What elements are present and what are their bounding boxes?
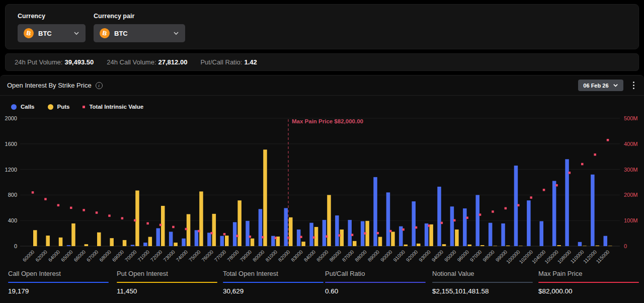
put-bar[interactable] bbox=[608, 246, 612, 246]
legend-item-calls[interactable]: Calls bbox=[11, 104, 35, 110]
call-bar[interactable] bbox=[412, 201, 416, 246]
intrinsic-value-dot[interactable] bbox=[517, 204, 520, 207]
put-bar[interactable] bbox=[225, 236, 229, 246]
intrinsic-value-dot[interactable] bbox=[543, 189, 545, 191]
intrinsic-value-dot[interactable] bbox=[326, 235, 328, 238]
put-bar[interactable] bbox=[110, 238, 114, 246]
currency-select[interactable]: B BTC bbox=[18, 24, 86, 42]
intrinsic-value-dot[interactable] bbox=[428, 224, 430, 227]
put-bar[interactable] bbox=[583, 246, 587, 246]
put-bar[interactable] bbox=[557, 245, 561, 246]
intrinsic-value-dot[interactable] bbox=[274, 237, 277, 240]
intrinsic-value-dot[interactable] bbox=[83, 209, 85, 211]
intrinsic-value-dot[interactable] bbox=[402, 229, 405, 231]
intrinsic-value-dot[interactable] bbox=[313, 237, 315, 239]
intrinsic-value-dot[interactable] bbox=[377, 232, 379, 235]
expiry-date-selector[interactable]: 06 Feb 26 bbox=[578, 80, 623, 91]
call-bar[interactable] bbox=[489, 223, 493, 246]
call-bar[interactable] bbox=[450, 206, 454, 246]
put-bar[interactable] bbox=[71, 223, 75, 246]
call-bar[interactable] bbox=[425, 223, 429, 246]
intrinsic-value-dot[interactable] bbox=[249, 236, 252, 238]
call-bar[interactable] bbox=[552, 181, 556, 246]
put-bar[interactable] bbox=[97, 233, 101, 246]
intrinsic-value-dot[interactable] bbox=[351, 234, 354, 236]
call-bar[interactable] bbox=[578, 242, 582, 246]
call-bar[interactable] bbox=[335, 215, 339, 246]
intrinsic-value-dot[interactable] bbox=[581, 163, 584, 166]
call-bar[interactable] bbox=[131, 245, 135, 246]
call-bar[interactable] bbox=[156, 228, 160, 246]
put-bar[interactable] bbox=[33, 230, 37, 246]
call-bar[interactable] bbox=[195, 230, 199, 246]
intrinsic-value-dot[interactable] bbox=[146, 222, 149, 225]
put-bar[interactable] bbox=[442, 244, 446, 246]
put-bar[interactable] bbox=[212, 214, 216, 246]
intrinsic-value-dot[interactable] bbox=[505, 207, 507, 210]
call-bar[interactable] bbox=[463, 208, 467, 246]
put-bar[interactable] bbox=[404, 245, 408, 246]
intrinsic-value-dot[interactable] bbox=[569, 172, 571, 174]
intrinsic-value-dot[interactable] bbox=[479, 213, 481, 216]
intrinsic-value-dot[interactable] bbox=[492, 210, 494, 213]
put-bar[interactable] bbox=[468, 245, 472, 246]
call-bar[interactable] bbox=[233, 222, 237, 246]
legend-item-puts[interactable]: Puts bbox=[48, 104, 70, 110]
put-bar[interactable] bbox=[174, 243, 178, 246]
put-bar[interactable] bbox=[237, 200, 242, 246]
info-icon[interactable]: i bbox=[96, 82, 103, 89]
intrinsic-value-dot[interactable] bbox=[236, 235, 238, 237]
call-bar[interactable] bbox=[604, 236, 608, 246]
intrinsic-value-dot[interactable] bbox=[96, 211, 98, 214]
put-bar[interactable] bbox=[417, 244, 421, 246]
intrinsic-value-dot[interactable] bbox=[466, 216, 468, 219]
put-bar[interactable] bbox=[135, 191, 139, 246]
call-bar[interactable] bbox=[386, 192, 390, 246]
call-bar[interactable] bbox=[591, 175, 595, 246]
put-bar[interactable] bbox=[85, 244, 89, 246]
intrinsic-value-dot[interactable] bbox=[210, 232, 213, 235]
call-bar[interactable] bbox=[143, 243, 147, 246]
intrinsic-value-dot[interactable] bbox=[415, 226, 418, 229]
put-bar[interactable] bbox=[506, 246, 510, 246]
intrinsic-value-dot[interactable] bbox=[594, 154, 596, 156]
intrinsic-value-dot[interactable] bbox=[300, 236, 302, 239]
intrinsic-value-dot[interactable] bbox=[57, 204, 60, 207]
put-bar[interactable] bbox=[263, 149, 267, 246]
call-bar[interactable] bbox=[348, 220, 352, 246]
intrinsic-value-dot[interactable] bbox=[223, 233, 226, 236]
call-bar[interactable] bbox=[527, 200, 531, 246]
call-bar[interactable] bbox=[540, 221, 544, 246]
intrinsic-value-dot[interactable] bbox=[44, 198, 47, 200]
call-bar[interactable] bbox=[309, 223, 313, 246]
put-bar[interactable] bbox=[148, 237, 152, 246]
intrinsic-value-dot[interactable] bbox=[32, 191, 34, 194]
intrinsic-value-dot[interactable] bbox=[364, 232, 366, 235]
intrinsic-value-dot[interactable] bbox=[453, 219, 456, 221]
put-bar[interactable] bbox=[199, 191, 203, 246]
put-bar[interactable] bbox=[327, 195, 331, 246]
intrinsic-value-dot[interactable] bbox=[441, 222, 443, 224]
call-bar[interactable] bbox=[259, 209, 263, 246]
intrinsic-value-dot[interactable] bbox=[70, 207, 72, 209]
intrinsic-value-dot[interactable] bbox=[338, 234, 341, 237]
put-bar[interactable] bbox=[391, 232, 395, 246]
call-bar[interactable] bbox=[169, 232, 173, 246]
call-bar[interactable] bbox=[207, 233, 211, 246]
call-bar[interactable] bbox=[284, 208, 288, 246]
intrinsic-value-dot[interactable] bbox=[262, 236, 264, 239]
intrinsic-value-dot[interactable] bbox=[389, 230, 392, 233]
put-bar[interactable] bbox=[480, 245, 485, 246]
legend-item-intrinsic[interactable]: Total Intrinsic Value bbox=[83, 104, 143, 110]
put-bar[interactable] bbox=[59, 238, 63, 246]
put-bar[interactable] bbox=[378, 237, 382, 246]
put-bar[interactable] bbox=[455, 230, 459, 246]
intrinsic-value-dot[interactable] bbox=[159, 224, 162, 226]
kebab-menu-icon[interactable] bbox=[630, 80, 637, 91]
call-bar[interactable] bbox=[182, 239, 186, 246]
call-bar[interactable] bbox=[437, 187, 441, 246]
intrinsic-value-dot[interactable] bbox=[198, 230, 200, 233]
call-bar[interactable] bbox=[67, 245, 71, 246]
intrinsic-value-dot[interactable] bbox=[134, 219, 136, 221]
intrinsic-value-dot[interactable] bbox=[555, 184, 558, 187]
